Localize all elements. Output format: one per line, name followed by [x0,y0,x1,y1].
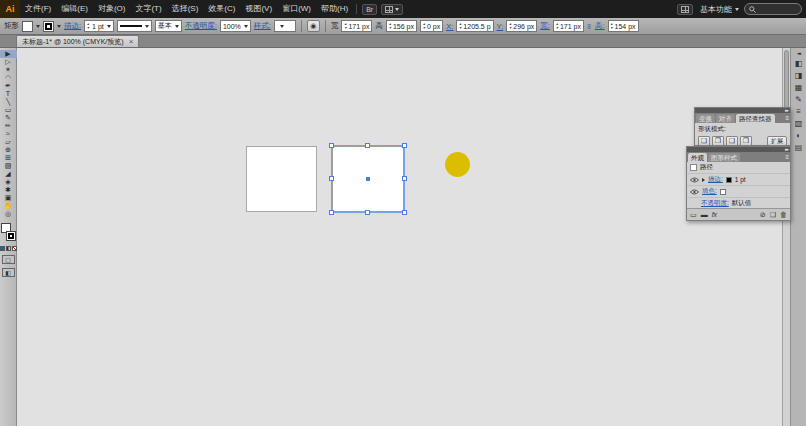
search-input[interactable] [759,6,797,13]
canvas[interactable] [17,48,782,426]
color-mode-icon[interactable] [0,246,5,251]
close-document-icon[interactable]: × [129,38,134,46]
hand-tool-icon[interactable]: ✋ [0,202,17,210]
stroke-attribute-row[interactable]: 描边: 1 pt [687,174,790,186]
stepper[interactable] [611,22,613,30]
expand-button[interactable]: 扩展 [767,136,787,146]
lasso-tool-icon[interactable]: ◠ [0,74,17,82]
rectangle-tool-icon[interactable]: ▭ [0,106,17,114]
selection-handle-top-middle[interactable] [365,143,370,148]
symbol-sprayer-tool-icon[interactable]: ✱ [0,186,17,194]
add-new-effect-icon[interactable]: fx [712,209,717,221]
shape-builder-tool-icon[interactable]: ⊕ [0,146,17,154]
menu-item-object[interactable]: 对象(O) [93,0,131,18]
menu-item-window[interactable]: 窗口(W) [277,0,316,18]
stepper[interactable] [556,22,558,30]
layers-panel-icon[interactable]: ▤ [793,143,805,152]
pencil-tool-icon[interactable]: ✏ [0,122,17,130]
eyedropper-tool-icon[interactable]: ◢ [0,170,17,178]
fill-color-chip[interactable] [720,189,726,195]
free-transform-tool-icon[interactable]: ▱ [0,138,17,146]
tab-align[interactable]: 对齐 [716,114,735,123]
tab-pathfinder[interactable]: 路径查找器 [736,114,775,123]
selection-handle-bottom-right[interactable] [402,210,407,215]
paintbrush-tool-icon[interactable]: ✎ [0,114,17,122]
drawing-mode-icon[interactable]: ▢ [2,255,15,264]
opacity-panel-link[interactable]: 不透明度: [185,21,217,31]
collapse-panel-icon[interactable]: ▸▸ [785,147,788,152]
opacity-row-label[interactable]: 不透明度: [701,199,729,208]
stroke-width-stepper[interactable] [87,22,89,30]
width-tool-icon[interactable]: ≈ [0,130,17,138]
selection-handle-middle-left[interactable] [329,176,334,181]
gradient-tool-icon[interactable]: ▨ [0,162,17,170]
expand-stroke-icon[interactable] [702,178,705,182]
style-combo[interactable] [274,20,296,32]
toolbar-stroke-swatch[interactable] [6,231,16,241]
variable-width-profile-combo[interactable] [117,20,152,32]
transform-x-label[interactable]: X: [446,22,453,31]
brushes-panel-icon[interactable]: ✎ [793,95,805,104]
visibility-eye-icon[interactable] [690,177,699,183]
white-rectangle-shape[interactable] [246,146,317,212]
visibility-eye-icon[interactable] [690,189,699,195]
selection-handle-top-right[interactable] [402,143,407,148]
search-box[interactable] [744,3,802,15]
transform-height-field[interactable]: 154 px [608,20,639,32]
menu-item-file[interactable]: 文件(F) [20,0,56,18]
menu-item-select[interactable]: 选择(S) [167,0,204,18]
opacity-combo[interactable]: 100% [220,20,251,32]
transform-y-label[interactable]: Y: [497,22,504,31]
delete-selected-item-icon[interactable]: 🗑 [780,209,787,221]
stepper[interactable] [509,22,511,30]
vertical-scrollbar[interactable] [782,48,790,426]
direct-selection-tool-icon[interactable]: ▷ [0,58,17,66]
unite-icon[interactable]: ❏ [698,136,710,146]
transform-width-label[interactable]: 宽: [540,21,550,31]
workspace-switcher-button[interactable] [677,4,693,15]
type-tool-icon[interactable]: T [0,90,17,98]
transform-height-label[interactable]: 高: [595,21,605,31]
selection-tool-icon[interactable]: ▶ [0,50,17,58]
corner-field[interactable]: 0 px [420,20,443,32]
fill-row-label[interactable]: 填色: [702,187,717,196]
stroke-swatch-chevron-icon[interactable] [57,25,61,28]
color-guide-panel-icon[interactable]: ◨ [793,71,805,80]
clear-appearance-icon[interactable]: ⊘ [760,209,766,221]
selection-handle-middle-right[interactable] [402,176,407,181]
swatches-panel-icon[interactable]: ▦ [793,83,805,92]
workspace-selector[interactable]: 基本功能 [700,4,739,15]
none-mode-icon[interactable] [12,246,17,251]
minus-front-icon[interactable]: ❐ [712,136,724,146]
stepper[interactable] [459,22,461,30]
intersect-icon[interactable]: ❑ [726,136,738,146]
selection-handle-bottom-left[interactable] [329,210,334,215]
fill-attribute-row[interactable]: 填色: [687,186,790,198]
panel-menu-icon[interactable]: ≡ [785,153,789,162]
tab-transform[interactable]: 变换 [696,114,715,123]
selection-center-point[interactable] [366,177,370,181]
yellow-circle-shape[interactable] [445,152,470,177]
stroke-panel-icon[interactable]: ≡ [793,107,805,116]
duplicate-selected-item-icon[interactable]: ❏ [770,209,776,221]
color-panel-icon[interactable]: ◧ [793,59,805,68]
transform-width-field[interactable]: 171 px [553,20,584,32]
menu-item-type[interactable]: 文字(T) [130,0,166,18]
line-segment-tool-icon[interactable]: ╲ [0,98,17,106]
stepper[interactable] [423,22,425,30]
stroke-row-label[interactable]: 描边: [708,175,723,184]
fill-swatch-chevron-icon[interactable] [36,25,40,28]
collapse-panel-icon[interactable]: ▸▸ [785,108,788,113]
stroke-color-swatch[interactable] [43,21,54,32]
document-tab[interactable]: 未标题-1* @ 100% (CMYK/预览) × [16,35,139,47]
panel-menu-icon[interactable]: ≡ [785,114,789,123]
gradient-mode-icon[interactable] [6,246,11,251]
selection-handle-bottom-middle[interactable] [365,210,370,215]
shape-height-field[interactable]: 156 px [386,20,417,32]
recolor-artwork-button[interactable]: ◉ [307,20,320,32]
transparency-panel-icon[interactable]: ◐ [793,131,805,140]
shape-width-field[interactable]: 171 px [341,20,372,32]
stepper[interactable] [344,22,346,30]
menu-item-help[interactable]: 帮助(H) [316,0,353,18]
constrain-proportions-icon[interactable]: ∞ [586,24,593,29]
